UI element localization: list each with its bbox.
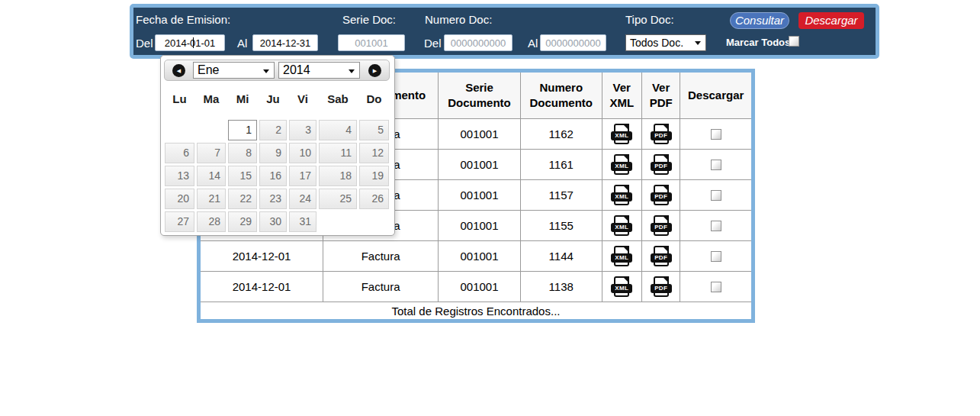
calendar-day[interactable]: 12 <box>359 143 389 163</box>
calendar-day[interactable]: 26 <box>359 189 389 209</box>
col-header-ver-xml: Ver XML <box>602 71 641 119</box>
pdf-icon[interactable]: PDF <box>651 215 672 237</box>
calendar-day[interactable]: 18 <box>319 166 357 186</box>
calendar-day[interactable]: 24 <box>289 189 316 209</box>
month-select[interactable]: Ene <box>193 62 275 79</box>
xml-icon[interactable]: XML <box>611 276 632 298</box>
datepicker: ◀ Ene 2014 ▶ Lu Ma Mi Ju Vi Sab Do 1 2 3… <box>160 55 395 236</box>
cell-fecha: 2014-12-01 <box>199 272 323 302</box>
calendar-day[interactable]: 25 <box>319 189 357 209</box>
cell-tipo: Factura <box>323 241 439 272</box>
pdf-icon[interactable]: PDF <box>651 276 672 298</box>
fecha-del-input[interactable] <box>155 34 225 51</box>
calendar-day[interactable]: 3 <box>289 120 316 140</box>
calendar-day[interactable]: 4 <box>319 120 357 140</box>
marcar-todos-checkbox[interactable] <box>789 36 799 47</box>
numero-al-input[interactable] <box>540 34 606 51</box>
month-selected-value: Ene <box>194 63 274 78</box>
calendar-day[interactable]: 17 <box>289 166 316 186</box>
marcar-todos-label: Marcar Todos <box>726 37 790 48</box>
row-download-checkbox[interactable] <box>711 190 721 201</box>
cell-numero: 1157 <box>520 180 602 211</box>
next-month-icon: ▶ <box>373 68 377 73</box>
calendar-day[interactable]: 11 <box>319 143 357 163</box>
row-download-checkbox[interactable] <box>711 251 721 262</box>
pdf-icon[interactable]: PDF <box>651 246 672 267</box>
calendar-day[interactable]: 29 <box>228 211 257 232</box>
pdf-icon[interactable]: PDF <box>651 124 672 145</box>
cell-serie: 001001 <box>439 150 521 180</box>
calendar-day[interactable]: 30 <box>259 211 287 232</box>
year-select[interactable]: 2014 <box>278 62 360 79</box>
numero-del-input[interactable] <box>444 34 512 51</box>
calendar-day[interactable]: 23 <box>259 189 287 209</box>
calendar-day[interactable]: 21 <box>197 189 226 209</box>
fecha-al-input[interactable] <box>252 34 318 51</box>
numero-al-label: Al <box>528 37 538 50</box>
weekday-label: Mi <box>228 92 257 105</box>
weekday-label: Do <box>359 92 389 105</box>
serie-doc-label: Serie Doc: <box>342 13 396 26</box>
calendar-day[interactable]: 20 <box>165 189 194 209</box>
cell-numero: 1144 <box>520 241 602 272</box>
calendar-day[interactable]: 13 <box>165 166 194 186</box>
table-row: 2014-12-01 Factura 001001 1144 XML PDF <box>199 241 753 272</box>
calendar-day[interactable]: 7 <box>197 143 226 163</box>
calendar-day[interactable]: 8 <box>228 143 257 163</box>
tipo-doc-label: Tipo Doc: <box>625 13 674 26</box>
chevron-down-icon <box>263 69 269 73</box>
prev-month-button[interactable]: ◀ <box>172 64 185 77</box>
cell-serie: 001001 <box>439 272 521 302</box>
chevron-down-icon <box>349 69 355 73</box>
xml-icon[interactable]: XML <box>611 215 632 237</box>
text-cursor <box>193 37 194 48</box>
tipo-doc-selected-value: Todos Doc. <box>626 35 705 50</box>
cell-numero: 1161 <box>520 150 602 180</box>
pdf-icon[interactable]: PDF <box>651 154 672 176</box>
calendar-day[interactable]: 2 <box>259 120 287 140</box>
calendar-day[interactable]: 31 <box>289 211 316 232</box>
cell-numero: 1162 <box>520 119 602 150</box>
calendar-day[interactable]: 6 <box>165 143 194 163</box>
weekday-label: Lu <box>165 92 194 105</box>
cell-numero: 1138 <box>520 272 602 302</box>
calendar-day[interactable]: 16 <box>259 166 287 186</box>
row-download-checkbox[interactable] <box>711 160 721 170</box>
col-header-descargar: Descargar <box>680 71 753 119</box>
prev-month-icon: ◀ <box>177 68 181 73</box>
row-download-checkbox[interactable] <box>711 282 721 292</box>
weekday-header: Lu Ma Mi Ju Vi Sab Do <box>165 92 389 105</box>
col-header-ver-pdf: Ver PDF <box>641 71 680 119</box>
weekday-label: Ju <box>259 92 287 105</box>
calendar-day[interactable]: 5 <box>359 120 389 140</box>
calendar-day-selected[interactable]: 1 <box>228 120 257 140</box>
col-header-serie: Serie Documento <box>439 71 521 119</box>
weekday-label: Ma <box>197 92 226 105</box>
next-month-button[interactable]: ▶ <box>368 64 381 77</box>
cell-serie: 001001 <box>439 180 521 211</box>
xml-icon[interactable]: XML <box>611 154 632 176</box>
xml-icon[interactable]: XML <box>611 185 632 206</box>
calendar-day[interactable]: 10 <box>289 143 316 163</box>
calendar-day[interactable]: 9 <box>259 143 287 163</box>
descargar-button[interactable]: Descargar <box>798 12 864 29</box>
calendar-day[interactable]: 19 <box>359 166 389 186</box>
calendar-day[interactable]: 15 <box>228 166 257 186</box>
row-download-checkbox[interactable] <box>711 221 721 231</box>
calendar-day[interactable]: 27 <box>165 211 194 232</box>
xml-icon[interactable]: XML <box>611 246 632 267</box>
row-download-checkbox[interactable] <box>711 129 721 140</box>
table-footer-row: Total de Registros Encontrados... <box>199 302 753 321</box>
calendar-grid: 1 2 3 4 5 6 7 8 9 10 11 12 13 14 15 16 1… <box>165 120 389 232</box>
calendar-day[interactable]: 14 <box>197 166 226 186</box>
weekday-label: Sab <box>319 92 357 105</box>
cell-fecha: 2014-12-01 <box>199 241 323 272</box>
calendar-day[interactable]: 28 <box>197 211 226 232</box>
consultar-button[interactable]: Consultar <box>730 12 789 29</box>
tipo-doc-select[interactable]: Todos Doc. <box>625 34 706 51</box>
pdf-icon[interactable]: PDF <box>651 185 672 206</box>
calendar-day[interactable]: 22 <box>228 189 257 209</box>
serie-doc-input[interactable] <box>338 34 405 51</box>
datepicker-header: ◀ Ene 2014 ▶ <box>164 60 390 81</box>
xml-icon[interactable]: XML <box>611 124 632 145</box>
